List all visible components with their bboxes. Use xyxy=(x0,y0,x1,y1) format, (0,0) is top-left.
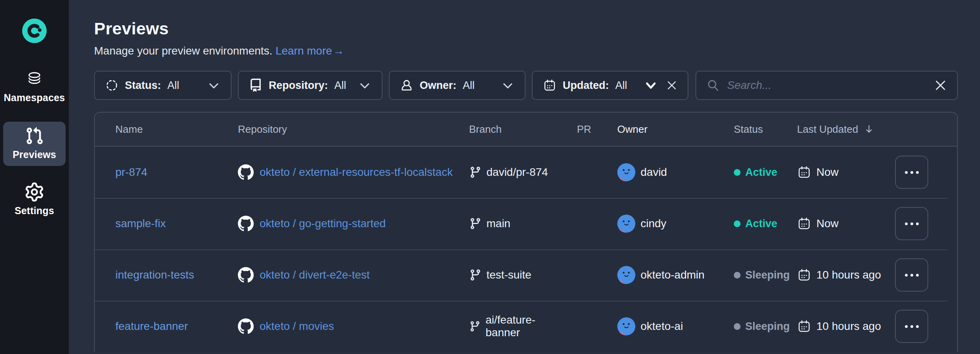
sidebar-item-label: Namespaces xyxy=(4,92,65,104)
last-updated-value: Now xyxy=(816,217,839,230)
chevron-down-icon xyxy=(644,79,658,92)
filter-value: All xyxy=(615,79,627,92)
branch-name: test-suite xyxy=(486,269,531,281)
owner-filter-dropdown[interactable]: Owner: All xyxy=(389,71,526,100)
page-title: Previews xyxy=(94,19,958,38)
previews-table: Name Repository Branch PR Owner Status L… xyxy=(94,112,958,352)
repo-icon xyxy=(249,79,262,92)
sidebar-item-label: Previews xyxy=(13,149,56,160)
last-updated-value: 10 hours ago xyxy=(816,320,881,333)
preview-name-link[interactable]: pr-874 xyxy=(115,166,147,179)
github-icon xyxy=(238,267,254,283)
branch-name: david/pr-874 xyxy=(486,166,548,179)
column-header-branch: Branch xyxy=(469,123,564,136)
calendar-icon xyxy=(797,217,811,231)
filter-value: All xyxy=(463,79,475,92)
previews-git-icon xyxy=(25,126,44,145)
sidebar-item-namespaces[interactable]: Namespaces xyxy=(3,65,66,109)
repository-link[interactable]: okteto / movies xyxy=(260,320,334,333)
repository-filter-dropdown[interactable]: Repository: All xyxy=(238,71,383,100)
column-header-last-updated[interactable]: Last Updated xyxy=(797,123,895,136)
status-label: Active xyxy=(745,166,777,179)
owner-name: david xyxy=(641,166,667,179)
status-badge: Active xyxy=(734,218,797,230)
last-updated-value: 10 hours ago xyxy=(816,269,881,281)
table-row[interactable]: feature-banner okteto / movies ai/featur… xyxy=(95,301,957,352)
chevron-down-icon xyxy=(358,79,371,92)
last-updated-value: Now xyxy=(816,166,839,179)
clear-search-icon[interactable] xyxy=(934,79,947,92)
row-actions-button[interactable] xyxy=(895,156,928,189)
search-icon xyxy=(707,79,720,92)
settings-gear-icon xyxy=(25,183,44,201)
status-badge: Active xyxy=(734,166,797,179)
repository-link[interactable]: okteto / go-getting-started xyxy=(260,217,386,230)
filter-label: Owner: xyxy=(420,79,456,92)
row-actions-button[interactable] xyxy=(895,310,928,343)
calendar-icon xyxy=(797,319,811,333)
calendar-icon xyxy=(543,79,556,92)
page-subtitle: Manage your preview environments. Learn … xyxy=(94,45,958,57)
filter-value: All xyxy=(334,79,346,92)
sidebar-item-label: Settings xyxy=(15,205,54,217)
chevron-down-icon xyxy=(501,79,514,92)
table-header-row: Name Repository Branch PR Owner Status L… xyxy=(95,113,957,147)
column-header-owner: Owner xyxy=(594,123,734,136)
column-header-name: Name xyxy=(115,123,238,136)
person-icon xyxy=(400,79,413,92)
search-input[interactable] xyxy=(727,79,927,92)
chevron-down-icon xyxy=(207,79,220,92)
row-actions-button[interactable] xyxy=(895,207,928,240)
avatar xyxy=(617,163,635,181)
table-row[interactable]: pr-874 okteto / external-resources-tf-lo… xyxy=(95,147,957,198)
preview-name-link[interactable]: sample-fix xyxy=(115,217,166,230)
preview-name-link[interactable]: integration-tests xyxy=(115,269,194,281)
subtitle-text: Manage your preview environments. xyxy=(94,45,272,57)
status-badge: Sleeping xyxy=(734,320,797,333)
status-dot-icon xyxy=(734,272,741,279)
preview-name-link[interactable]: feature-banner xyxy=(115,320,188,333)
status-dot-icon xyxy=(734,220,741,227)
avatar xyxy=(617,317,635,335)
status-label: Sleeping xyxy=(745,269,790,281)
status-badge: Sleeping xyxy=(734,269,797,281)
github-icon xyxy=(238,318,254,334)
git-branch-icon xyxy=(469,320,481,333)
status-dot-icon xyxy=(734,323,741,330)
calendar-icon xyxy=(797,268,811,282)
sidebar-item-previews[interactable]: Previews xyxy=(3,122,66,166)
status-filter-dropdown[interactable]: Status: All xyxy=(94,71,232,100)
repository-link[interactable]: okteto / external-resources-tf-localstac… xyxy=(260,166,453,179)
status-dot-icon xyxy=(734,169,741,176)
sidebar-item-settings[interactable]: Settings xyxy=(3,178,66,222)
updated-filter-dropdown[interactable]: Updated: All xyxy=(532,71,688,100)
filter-label: Status: xyxy=(125,79,161,92)
okteto-logo[interactable] xyxy=(22,18,47,43)
branch-name: ai/feature-banner xyxy=(486,314,564,339)
clear-updated-filter-icon[interactable] xyxy=(666,80,677,91)
sidebar: Namespaces Previews Settings xyxy=(0,0,70,354)
status-label: Active xyxy=(745,218,777,230)
learn-more-link[interactable]: Learn more → xyxy=(275,45,344,57)
filter-bar: Status: All Repository: All Owner: All U… xyxy=(94,71,958,100)
sort-descending-arrow-icon xyxy=(864,124,874,134)
owner-name: cindy xyxy=(641,217,666,230)
namespaces-stack-icon xyxy=(25,70,44,88)
row-actions-button[interactable] xyxy=(895,258,928,292)
github-icon xyxy=(238,164,254,180)
branch-name: main xyxy=(486,217,511,230)
table-row[interactable]: integration-tests okteto / divert-e2e-te… xyxy=(95,249,957,301)
git-branch-icon xyxy=(469,166,482,179)
git-branch-icon xyxy=(469,269,482,281)
table-row[interactable]: sample-fix okteto / go-getting-started m… xyxy=(95,198,957,249)
column-header-repository: Repository xyxy=(238,123,469,136)
column-header-status: Status xyxy=(734,123,797,136)
dashed-circle-icon xyxy=(105,79,119,92)
calendar-icon xyxy=(797,165,811,179)
column-header-pr: PR xyxy=(564,123,594,136)
main-content: Previews Manage your preview environment… xyxy=(70,0,980,354)
search-box xyxy=(695,71,958,100)
repository-link[interactable]: okteto / divert-e2e-test xyxy=(260,269,370,281)
filter-value: All xyxy=(168,79,179,92)
arrow-right-icon: → xyxy=(333,45,344,57)
